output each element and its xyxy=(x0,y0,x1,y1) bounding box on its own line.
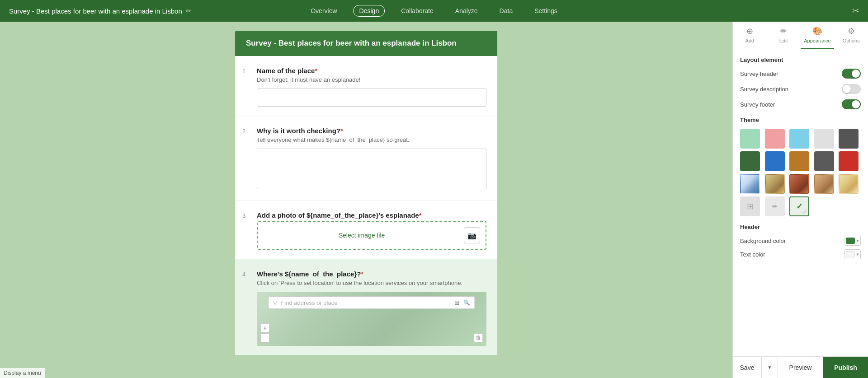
theme-swatch-pink[interactable] xyxy=(765,129,785,149)
q1-input[interactable] xyxy=(257,89,486,107)
header-section: Header Background color ▼ Text color ▼ xyxy=(740,224,861,259)
main-layout: Survey - Best places for beer with an es… xyxy=(0,22,868,378)
map-trash-button[interactable]: 🗑 xyxy=(474,333,483,342)
toggle-desc-switch[interactable] xyxy=(842,84,861,94)
toggle-footer-label: Survey footer xyxy=(740,101,775,108)
publish-button[interactable]: Publish xyxy=(823,357,868,378)
toggle-desc-label: Survey description xyxy=(740,86,788,93)
theme-swatch-green[interactable] xyxy=(740,151,760,171)
tab-options[interactable]: ⚙ Options xyxy=(834,22,868,49)
camera-button[interactable]: 📷 xyxy=(464,227,480,243)
edit-icon: ✏ xyxy=(780,26,787,36)
checkmark-icon: ✓ xyxy=(796,201,803,211)
theme-swatch-mint[interactable] xyxy=(740,129,760,149)
nav-title-text: Survey - Best places for beer with an es… xyxy=(9,7,182,15)
map-search-icon[interactable]: 🔍 xyxy=(463,299,470,306)
text-color-arrow: ▼ xyxy=(856,252,859,257)
save-label: Save xyxy=(740,364,755,371)
add-icon: ⊕ xyxy=(746,26,753,36)
theme-swatch-mountain1[interactable] xyxy=(740,174,760,194)
right-panel: ⊕ Add ✏ Edit 🎨 Appearance ⚙ Options Layo… xyxy=(732,22,868,378)
map-placeholder: ▽ Find address or place ⊞ 🔍 + − 🗑 xyxy=(257,292,486,346)
theme-swatch-grey[interactable] xyxy=(814,151,834,171)
nav-right: ✂ xyxy=(852,6,859,16)
bg-color-row: Background color ▼ xyxy=(740,236,861,246)
nav-data[interactable]: Data xyxy=(494,5,519,16)
tab-appearance-label: Appearance xyxy=(804,38,830,43)
canvas-area: Survey - Best places for beer with an es… xyxy=(0,22,732,378)
theme-swatch-desert[interactable] xyxy=(814,174,834,194)
preview-button[interactable]: Preview xyxy=(778,357,823,378)
theme-swatch-blue[interactable] xyxy=(789,129,809,149)
layout-element-title: Layout element xyxy=(740,56,861,63)
theme-swatch-mountain2[interactable] xyxy=(765,174,785,194)
top-nav: Survey - Best places for beer with an es… xyxy=(0,0,868,22)
theme-swatch-red[interactable] xyxy=(839,151,859,171)
toggle-footer-switch[interactable] xyxy=(842,99,861,109)
nav-analyze[interactable]: Analyze xyxy=(450,5,483,16)
save-btn-group: Save ▼ xyxy=(733,357,778,378)
map-zoom-controls: + − xyxy=(260,323,269,342)
q4-number: 4 xyxy=(242,271,245,278)
map-grid-icon: ⊞ xyxy=(454,299,460,306)
appearance-icon: 🎨 xyxy=(812,26,822,36)
bg-color-arrow: ▼ xyxy=(856,239,859,243)
toggle-survey-description: Survey description xyxy=(740,84,861,94)
survey-body: 1 Name of the place* Don't forget: it mu… xyxy=(235,56,497,355)
text-color-picker[interactable]: ▼ xyxy=(844,249,861,259)
theme-swatch-custom1[interactable]: ⊞ xyxy=(740,196,760,216)
bg-color-picker[interactable]: ▼ xyxy=(844,236,861,246)
display-menu-hint: Display a menu xyxy=(0,368,45,378)
question-1: 1 Name of the place* Don't forget: it mu… xyxy=(235,56,497,116)
question-2: 2 Why is it worth checking?* Tell everyo… xyxy=(235,116,497,201)
toggle-header-switch[interactable] xyxy=(842,69,861,79)
map-zoom-in[interactable]: + xyxy=(260,323,269,332)
q3-number: 3 xyxy=(242,212,245,219)
toggle-header-label: Survey header xyxy=(740,70,778,77)
pencil-icon: ✏ xyxy=(772,203,778,210)
theme-swatch-current[interactable]: ✓ xyxy=(789,196,809,216)
theme-swatch-custom2[interactable]: ✏ xyxy=(765,196,785,216)
question-4: 4 Where's ${name_of_the_place}?* Click o… xyxy=(235,259,497,355)
q3-required: * xyxy=(419,211,422,219)
q3-title: Add a photo of ${name_of_the_place}'s es… xyxy=(257,211,486,219)
theme-swatch-brown[interactable] xyxy=(789,151,809,171)
tab-edit[interactable]: ✏ Edit xyxy=(767,22,801,49)
q4-title: Where's ${name_of_the_place}?* xyxy=(257,270,486,278)
bottom-bar: Save ▼ Preview Publish xyxy=(733,356,868,378)
map-search-bar: ▽ Find address or place ⊞ 🔍 xyxy=(268,296,475,309)
nav-collaborate[interactable]: Collaborate xyxy=(396,5,439,16)
select-image-button[interactable]: Select image file xyxy=(263,232,460,239)
q1-title: Name of the place* xyxy=(257,67,486,75)
scissors-icon[interactable]: ✂ xyxy=(852,6,859,16)
tab-add[interactable]: ⊕ Add xyxy=(733,22,767,49)
save-dropdown[interactable]: ▼ xyxy=(761,357,778,378)
theme-grid: ⊞ ✏ ✓ xyxy=(740,129,861,216)
theme-section: Theme xyxy=(740,117,861,216)
tab-appearance[interactable]: 🎨 Appearance xyxy=(801,22,835,49)
nav-settings[interactable]: Settings xyxy=(529,5,563,16)
theme-swatch-dark[interactable] xyxy=(839,129,859,149)
q1-required: * xyxy=(315,67,317,75)
survey-header-bar: Survey - Best places for beer with an es… xyxy=(235,31,497,56)
theme-swatch-animal[interactable] xyxy=(839,174,859,194)
nav-overview[interactable]: Overview xyxy=(305,5,342,16)
toggle-footer-knob xyxy=(852,100,860,108)
save-button[interactable]: Save xyxy=(733,357,761,378)
tab-options-label: Options xyxy=(843,38,860,43)
edit-title-icon[interactable]: ✏ xyxy=(186,7,191,14)
tab-edit-label: Edit xyxy=(779,38,788,43)
nav-design[interactable]: Design xyxy=(354,5,385,17)
toggle-survey-header: Survey header xyxy=(740,69,861,79)
q2-desc: Tell everyone what makes ${name_of_the_p… xyxy=(257,136,486,143)
theme-swatch-royal-blue[interactable] xyxy=(765,151,785,171)
theme-title: Theme xyxy=(740,117,861,123)
theme-swatch-light[interactable] xyxy=(814,129,834,149)
q2-required: * xyxy=(340,127,343,135)
bg-color-label: Background color xyxy=(740,238,786,244)
theme-swatch-mountain3[interactable] xyxy=(789,174,809,194)
map-zoom-out[interactable]: − xyxy=(260,333,269,342)
q4-desc: Click on 'Press to set location' to use … xyxy=(257,280,486,286)
text-color-row: Text color ▼ xyxy=(740,249,861,259)
q2-textarea[interactable] xyxy=(257,149,486,189)
